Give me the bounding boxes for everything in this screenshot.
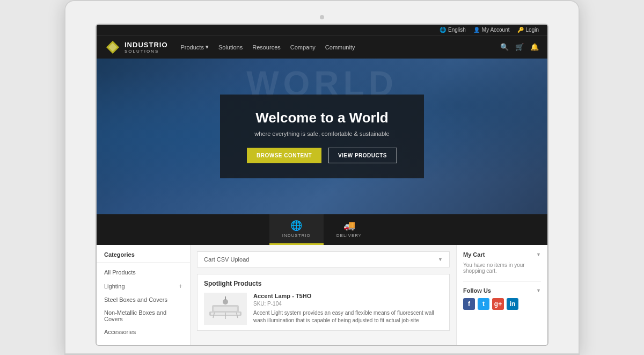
cart-title-bar: My Cart ▼: [463, 251, 541, 258]
icon-tabs: 🌐 INDUSTRIO 🚚 DELIVERY: [97, 214, 547, 245]
my-account-link[interactable]: 👤 My Account: [473, 27, 510, 33]
lighting-expand-icon[interactable]: +: [178, 282, 182, 290]
csv-upload-label: Cart CSV Upload: [204, 256, 249, 263]
delivery-truck-icon: 🚚: [343, 220, 355, 231]
product-sku: SKU: P-104: [253, 301, 443, 307]
follow-title-label: Follow Us: [463, 287, 491, 294]
laptop-camera: [320, 15, 324, 19]
sidebar-item-nonmetallic-boxes[interactable]: Non-Metallic Boxes and Covers: [97, 306, 190, 325]
language-selector[interactable]: 🌐 English: [440, 27, 466, 33]
user-icon: 👤: [473, 27, 480, 33]
hero-center: Welcome to a World where everything is s…: [220, 95, 424, 178]
product-lamp-svg: [207, 295, 244, 322]
nonmetallic-boxes-label: Non-Metallic Boxes and Covers: [104, 309, 182, 322]
product-row: Accent Lamp - T5HO SKU: P-104 Accent Lig…: [204, 293, 443, 325]
hero-subtitle: where everything is safe, comfortable & …: [246, 131, 398, 137]
product-description: Accent Light system provides an easy and…: [253, 309, 443, 324]
steel-boxes-label: Steel Boxes and Covers: [104, 296, 167, 303]
top-bar: 🌐 English 👤 My Account 🔑 Login: [97, 25, 547, 35]
svg-point-9: [223, 299, 228, 305]
tab-industrio-label: INDUSTRIO: [282, 233, 311, 238]
product-image: [204, 293, 247, 325]
screen-content: 🌐 English 👤 My Account 🔑 Login: [97, 25, 547, 345]
googleplus-icon[interactable]: g+: [492, 298, 504, 310]
laptop-frame: 🌐 English 👤 My Account 🔑 Login: [64, 0, 580, 355]
sidebar-item-lighting[interactable]: Lighting +: [97, 279, 190, 293]
sidebar-item-all-products[interactable]: All Products: [97, 266, 190, 279]
logo-area[interactable]: INDUSTRIO SOLUTIONS: [105, 40, 168, 55]
cart-icon[interactable]: 🛒: [515, 43, 524, 51]
globe-icon: 🌐: [440, 27, 446, 33]
content-area: Categories All Products Lighting + Steel…: [97, 245, 547, 345]
nav-resources[interactable]: Resources: [252, 44, 281, 50]
hero-title: Welcome to a World: [246, 110, 398, 126]
search-icon[interactable]: 🔍: [500, 43, 509, 51]
csv-upload-bar: Cart CSV Upload ▼: [197, 251, 450, 267]
twitter-icon[interactable]: t: [478, 298, 489, 310]
login-link[interactable]: 🔑 Login: [517, 27, 539, 33]
csv-chevron-icon[interactable]: ▼: [438, 257, 443, 262]
industrio-globe-icon: 🌐: [290, 220, 302, 231]
cart-title-label: My Cart: [463, 251, 485, 258]
view-products-button[interactable]: VIEW PRODUCTS: [328, 148, 397, 163]
cart-empty-message: You have no items in your shopping cart.: [463, 262, 541, 274]
nav-solutions[interactable]: Solutions: [218, 44, 243, 50]
tab-industrio[interactable]: 🌐 INDUSTRIO: [269, 214, 324, 245]
lighting-label: Lighting: [104, 283, 125, 289]
hero-buttons: BROWSE CONTENT VIEW PRODUCTS: [246, 148, 398, 163]
language-label: English: [448, 27, 466, 33]
login-icon: 🔑: [517, 27, 524, 33]
social-icons: f t g+ in: [463, 298, 541, 310]
notification-icon[interactable]: 🔔: [530, 43, 539, 51]
sidebar-item-steel-boxes[interactable]: Steel Boxes and Covers: [97, 293, 190, 306]
product-info: Accent Lamp - T5HO SKU: P-104 Accent Lig…: [253, 293, 443, 324]
cart-chevron-icon[interactable]: ▼: [536, 252, 541, 257]
follow-chevron-icon[interactable]: ▼: [536, 288, 541, 293]
spotlight-title: Spotlight Products: [204, 280, 443, 287]
logo-text: INDUSTRIO SOLUTIONS: [125, 41, 168, 54]
nav-links: Products ▾ Solutions Resources Company C…: [181, 44, 501, 50]
nav-products[interactable]: Products ▾: [181, 44, 209, 50]
sidebar-item-accessories[interactable]: Accessories: [97, 325, 190, 338]
nav-community[interactable]: Community: [325, 44, 355, 50]
browse-content-button[interactable]: BROWSE CONTENT: [247, 148, 321, 163]
categories-sidebar: Categories All Products Lighting + Steel…: [97, 245, 191, 345]
accessories-label: Accessories: [104, 329, 136, 335]
categories-title: Categories: [97, 251, 190, 263]
right-sidebar: My Cart ▼ You have no items in your shop…: [456, 245, 547, 345]
tab-delivery[interactable]: 🚚 DELIVERY: [324, 214, 375, 245]
nav-company[interactable]: Company: [290, 44, 316, 50]
nav-bar: INDUSTRIO SOLUTIONS Products ▾ Solutions…: [97, 35, 547, 59]
all-products-label: All Products: [104, 269, 136, 276]
login-label: Login: [526, 27, 539, 33]
product-name: Accent Lamp - T5HO: [253, 293, 443, 299]
tab-delivery-label: DELIVERY: [336, 233, 362, 238]
screen-bezel: 🌐 English 👤 My Account 🔑 Login: [64, 0, 580, 354]
logo-sub: SOLUTIONS: [125, 49, 168, 54]
logo-main: INDUSTRIO: [125, 41, 168, 49]
linkedin-icon[interactable]: in: [507, 298, 518, 310]
facebook-icon[interactable]: f: [463, 298, 475, 310]
follow-title-bar: Follow Us ▼: [463, 281, 541, 294]
main-content: Cart CSV Upload ▼ Spotlight Products: [191, 245, 456, 345]
chevron-down-icon: ▾: [206, 44, 209, 50]
spotlight-section: Spotlight Products: [197, 274, 450, 331]
logo-diamond-icon: [105, 40, 120, 55]
hero-section: WORLD Welcome to a World where everythin…: [97, 59, 547, 214]
nav-icons: 🔍 🛒 🔔: [500, 43, 539, 51]
svg-rect-8: [214, 307, 237, 311]
hero-box: Welcome to a World where everything is s…: [220, 95, 424, 178]
my-account-label: My Account: [482, 27, 510, 33]
